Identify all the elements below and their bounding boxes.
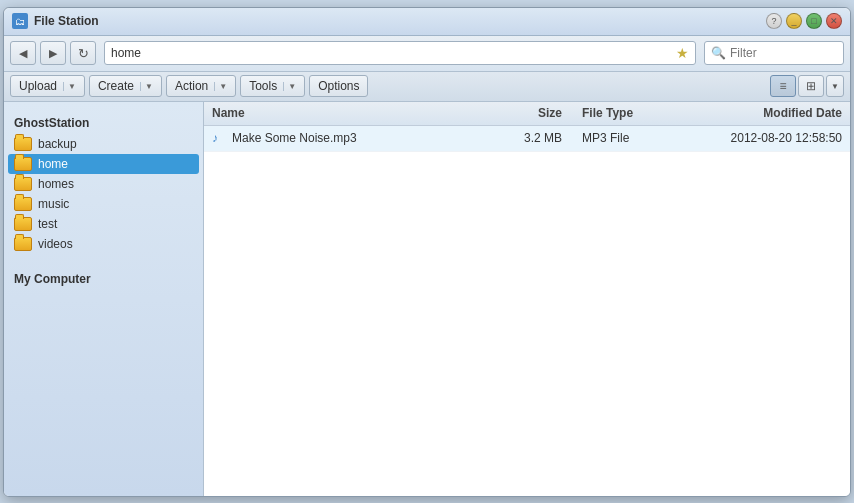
file-date: 2012-08-20 12:58:50 [682,131,842,145]
grid-view-button[interactable]: ⊞ [798,75,824,97]
main-window: 🗂 File Station ? _ □ ✕ ◀ ▶ ↻ [3,7,851,497]
grid-view-icon: ⊞ [806,79,816,93]
folder-icon [14,177,32,191]
refresh-button[interactable]: ↻ [70,41,96,65]
upload-dropdown-arrow[interactable]: ▼ [63,82,76,91]
address-bar[interactable]: ★ [104,41,696,65]
mycomputer-section: My Computer [4,266,203,290]
sidebar-item-backup[interactable]: backup [4,134,203,154]
back-button[interactable]: ◀ [10,41,36,65]
header-name: Name [212,106,502,120]
filter-input[interactable] [730,46,851,60]
minimize-button[interactable]: _ [786,13,802,29]
create-dropdown-arrow[interactable]: ▼ [140,82,153,91]
address-input[interactable] [111,46,676,60]
table-row[interactable]: ♪ Make Some Noise.mp3 3.2 MB MP3 File 20… [204,126,850,152]
list-view-icon: ≡ [779,79,786,93]
view-toggle: ≡ ⊞ ▼ [770,75,844,97]
sidebar-item-homes[interactable]: homes [4,174,203,194]
bookmark-icon[interactable]: ★ [676,45,689,61]
create-button[interactable]: Create ▼ [89,75,162,97]
header-type: File Type [582,106,682,120]
sidebar-item-label: homes [38,177,74,191]
action-button[interactable]: Action ▼ [166,75,236,97]
ghoststation-section: GhostStation [4,110,203,134]
options-button[interactable]: Options [309,75,368,97]
folder-icon [14,197,32,211]
file-table-header: Name Size File Type Modified Date [204,102,850,126]
window-controls: ? _ □ ✕ [766,13,842,29]
tools-label: Tools [249,79,277,93]
create-label: Create [98,79,134,93]
sidebar-item-label: music [38,197,69,211]
file-area: Name Size File Type Modified Date ♪ Make… [204,102,850,496]
maximize-button[interactable]: □ [806,13,822,29]
search-icon: 🔍 [711,46,726,60]
file-type: MP3 File [582,131,682,145]
action-bar: Upload ▼ Create ▼ Action ▼ Tools ▼ Optio… [4,72,850,102]
sidebar-item-videos[interactable]: videos [4,234,203,254]
file-name: Make Some Noise.mp3 [232,131,502,145]
forward-button[interactable]: ▶ [40,41,66,65]
tools-dropdown-arrow[interactable]: ▼ [283,82,296,91]
upload-button[interactable]: Upload ▼ [10,75,85,97]
app-icon: 🗂 [12,13,28,29]
header-size: Size [502,106,582,120]
window-title: File Station [34,14,766,28]
title-bar: 🗂 File Station ? _ □ ✕ [4,8,850,36]
folder-icon [14,137,32,151]
main-content: GhostStation backup home homes music tes… [4,102,850,496]
sidebar-item-label: videos [38,237,73,251]
header-date: Modified Date [682,106,842,120]
sidebar-item-label: backup [38,137,77,151]
sidebar-item-label: home [38,157,68,171]
sidebar-item-label: test [38,217,57,231]
folder-icon [14,237,32,251]
music-file-icon: ♪ [212,131,226,145]
action-label: Action [175,79,208,93]
tools-button[interactable]: Tools ▼ [240,75,305,97]
folder-icon [14,217,32,231]
help-button[interactable]: ? [766,13,782,29]
sidebar-item-home[interactable]: home [8,154,199,174]
close-button[interactable]: ✕ [826,13,842,29]
upload-label: Upload [19,79,57,93]
filter-bar[interactable]: 🔍 [704,41,844,65]
nav-toolbar: ◀ ▶ ↻ ★ 🔍 [4,36,850,72]
list-view-button[interactable]: ≡ [770,75,796,97]
action-dropdown-arrow[interactable]: ▼ [214,82,227,91]
file-size: 3.2 MB [502,131,582,145]
view-options-button[interactable]: ▼ [826,75,844,97]
options-label: Options [318,79,359,93]
sidebar-item-test[interactable]: test [4,214,203,234]
folder-icon [14,157,32,171]
sidebar-item-music[interactable]: music [4,194,203,214]
sidebar: GhostStation backup home homes music tes… [4,102,204,496]
